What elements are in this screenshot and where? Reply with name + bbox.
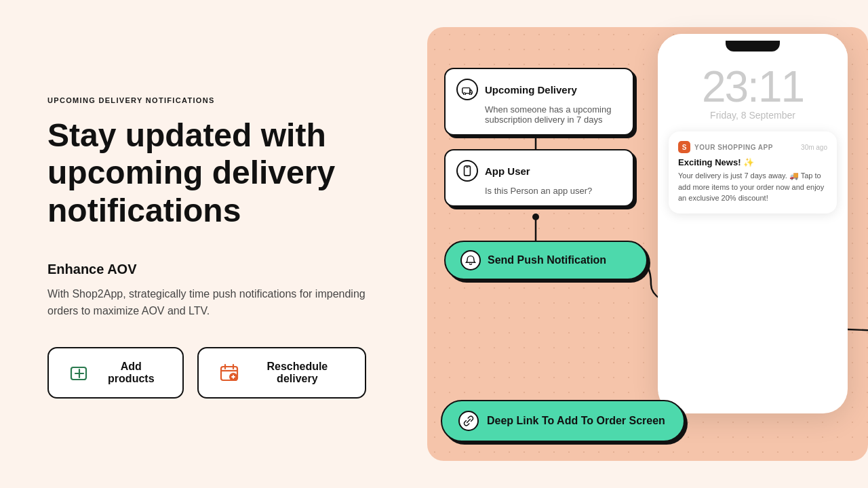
send-push-pill: Send Push Notification xyxy=(444,241,648,280)
delivery-icon xyxy=(456,79,478,100)
notif-app-name: YOUR SHOPPING APP xyxy=(694,144,773,151)
enhance-text: With Shop2App, strategically time push n… xyxy=(47,285,366,320)
phone-icon xyxy=(456,160,478,182)
flow-card-1-subtitle: When someone has a upcoming subscription… xyxy=(456,104,620,125)
flow-card-app-user: App User Is this Person an app user? xyxy=(444,149,634,207)
phone-mockup: 23:11 Friday, 8 September S YOUR SHOPPIN… xyxy=(658,34,848,413)
phone-clock: 23:11 xyxy=(658,58,848,110)
svg-point-10 xyxy=(463,93,465,95)
notif-time-ago: 30m ago xyxy=(801,144,827,151)
section-label: UPCOMING DELIVERY NOTIFICATIONS xyxy=(47,96,366,104)
action-buttons: Add products Reschedule delivery xyxy=(47,347,366,399)
phone-status-bar xyxy=(658,34,848,58)
phone-date: Friday, 8 September xyxy=(658,110,848,121)
notif-body: Your delivery is just 7 days away. 🚚 Tap… xyxy=(678,170,827,204)
main-heading: Stay updated with upcoming delivery noti… xyxy=(47,117,366,229)
phone-notification-card: S YOUR SHOPPING APP 30m ago Exciting New… xyxy=(669,131,837,214)
left-panel: UPCOMING DELIVERY NOTIFICATIONS Stay upd… xyxy=(0,0,407,488)
deep-link-label: Deep Link To Add To Order Screen xyxy=(487,415,665,427)
phone-notch xyxy=(726,41,780,52)
flow-card-1-title: Upcoming Delivery xyxy=(485,84,577,96)
deep-link-pill: Deep Link To Add To Order Screen xyxy=(441,400,685,442)
reschedule-label: Reschedule delivery xyxy=(249,361,346,385)
add-products-button[interactable]: Add products xyxy=(47,347,184,399)
flow-card-2-subtitle: Is this Person an app user? xyxy=(456,186,620,196)
flow-card-2-title: App User xyxy=(485,165,530,177)
bell-icon xyxy=(460,250,481,270)
right-panel: 23:11 Friday, 8 September S YOUR SHOPPIN… xyxy=(407,0,868,488)
send-push-label: Send Push Notification xyxy=(488,254,606,266)
add-products-icon xyxy=(68,361,90,385)
flow-card-upcoming-delivery: Upcoming Delivery When someone has a upc… xyxy=(444,68,634,136)
notif-app-icon: S xyxy=(678,141,690,153)
svg-rect-9 xyxy=(462,88,470,94)
svg-rect-13 xyxy=(466,167,469,167)
notif-app-row: S YOUR SHOPPING APP xyxy=(678,141,773,153)
add-products-label: Add products xyxy=(98,361,163,385)
reschedule-icon xyxy=(218,361,240,385)
enhance-title: Enhance AOV xyxy=(47,262,366,277)
flow-card-2-header: App User xyxy=(456,160,620,182)
flow-card-1-header: Upcoming Delivery xyxy=(456,79,620,100)
link-icon xyxy=(458,411,479,431)
notif-title: Exciting News! ✨ xyxy=(678,157,827,167)
reschedule-delivery-button[interactable]: Reschedule delivery xyxy=(197,347,366,399)
notif-header: S YOUR SHOPPING APP 30m ago xyxy=(678,141,827,153)
svg-point-11 xyxy=(469,93,471,95)
